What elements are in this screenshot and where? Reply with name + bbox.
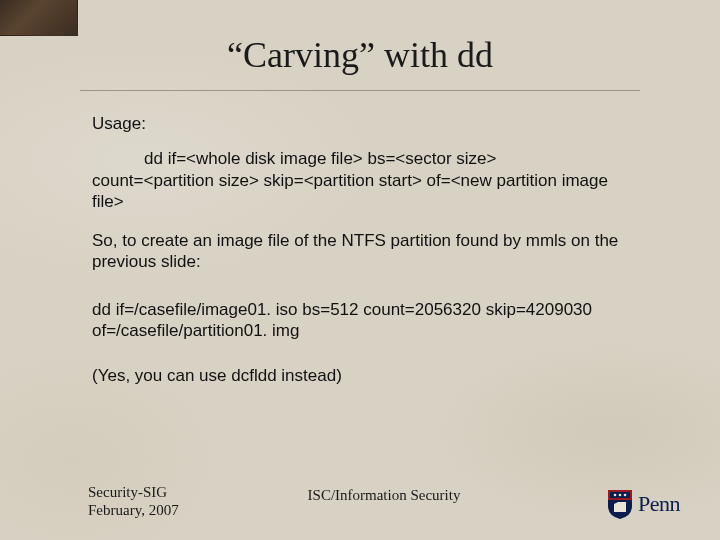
svg-point-1	[619, 494, 622, 497]
aside-note: (Yes, you can use dcfldd instead)	[92, 365, 628, 386]
command-line-1: dd if=/casefile/image01. iso bs=512 coun…	[92, 299, 628, 320]
slide-footer: Security-SIG February, 2007 ISC/Informat…	[88, 483, 680, 521]
command-line-2: of=/casefile/partition01. img	[92, 320, 628, 341]
usage-syntax-block: dd if=<whole disk image file> bs=<sector…	[92, 148, 628, 212]
usage-label: Usage:	[92, 113, 628, 134]
footer-left-block: Security-SIG February, 2007	[88, 483, 179, 521]
footer-date: February, 2007	[88, 501, 179, 520]
penn-logo: Penn	[606, 488, 680, 520]
svg-point-2	[624, 494, 627, 497]
title-area: “Carving” with dd	[0, 0, 720, 91]
slide-body: Usage: dd if=<whole disk image file> bs=…	[0, 91, 720, 400]
footer-org: Security-SIG	[88, 483, 179, 502]
penn-shield-icon	[606, 488, 634, 520]
usage-line-2: count=<partition size> skip=<partition s…	[92, 170, 628, 213]
explanation-text: So, to create an image file of the NTFS …	[92, 230, 628, 273]
usage-line-1: dd if=<whole disk image file> bs=<sector…	[92, 148, 628, 169]
slide-title: “Carving” with dd	[0, 34, 720, 76]
slide-container: “Carving” with dd Usage: dd if=<whole di…	[0, 0, 720, 540]
example-command-block: dd if=/casefile/image01. iso bs=512 coun…	[92, 299, 628, 342]
penn-logo-text: Penn	[638, 491, 680, 517]
svg-point-0	[614, 494, 617, 497]
